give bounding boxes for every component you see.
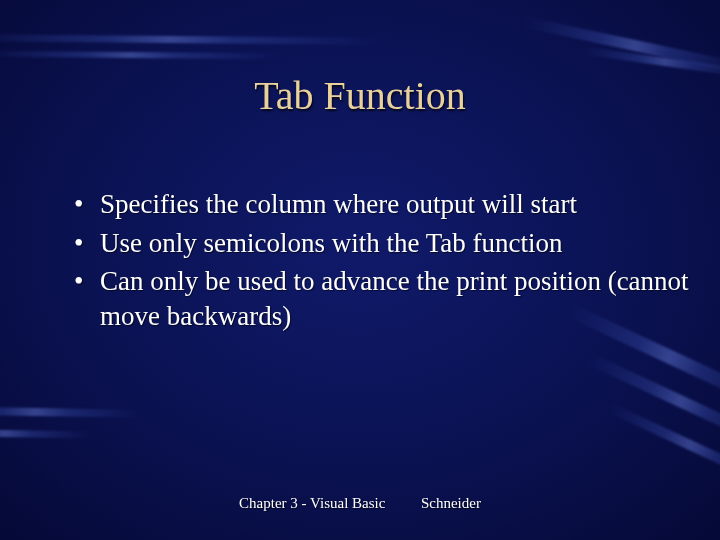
decor-streak bbox=[0, 406, 140, 418]
footer-right: Schneider bbox=[421, 495, 481, 511]
decor-streak bbox=[0, 429, 90, 439]
list-item: Use only semicolons with the Tab functio… bbox=[74, 226, 690, 261]
footer-left: Chapter 3 - Visual Basic bbox=[239, 495, 385, 511]
list-item: Specifies the column where output will s… bbox=[74, 187, 690, 222]
slide-footer: Chapter 3 - Visual Basic Schneider bbox=[0, 495, 720, 512]
slide-title: Tab Function bbox=[0, 72, 720, 119]
decor-streak bbox=[0, 34, 380, 45]
list-item: Can only be used to advance the print po… bbox=[74, 264, 690, 333]
bullet-list: Specifies the column where output will s… bbox=[34, 187, 690, 337]
decor-streak bbox=[587, 353, 720, 448]
decor-streak bbox=[521, 16, 720, 75]
decor-streak bbox=[606, 402, 720, 487]
decor-streak bbox=[0, 51, 280, 60]
